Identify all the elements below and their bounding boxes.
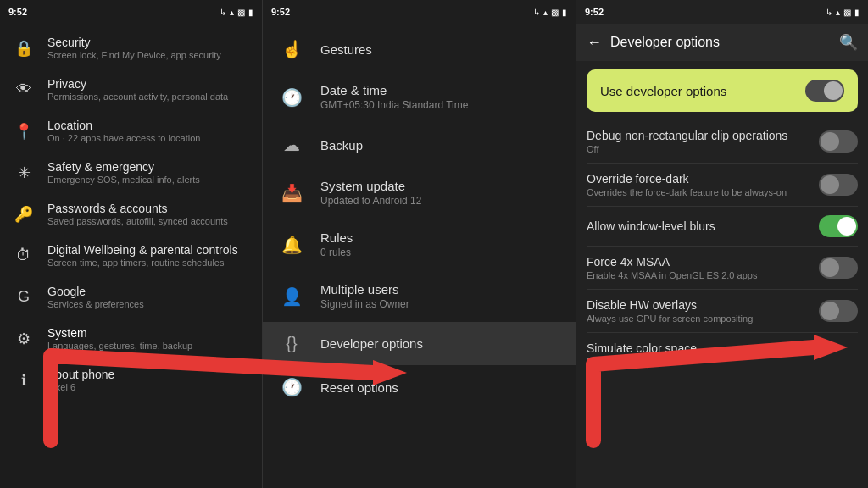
settings-item-safety[interactable]: ✳ Safety & emergency Emergency SOS, medi… [0, 152, 262, 193]
settings-item-passwords[interactable]: 🔑 Passwords & accounts Saved passwords, … [0, 193, 262, 235]
dev-option-window-blurs[interactable]: Allow window-level blurs [587, 207, 858, 247]
item-title-about: About phone [47, 368, 114, 381]
middle-item-system-update[interactable]: 📥 System update Updated to Android 12 [263, 167, 576, 219]
item-subtitle-google: Services & preferences [47, 299, 144, 309]
m-icon-developer-options: {} [280, 334, 303, 353]
middle-time: 9:52 [271, 7, 290, 17]
m-text-multiple-users: Multiple users Signed in as Owner [320, 282, 409, 310]
item-title-google: Google [47, 285, 144, 298]
item-text-location: Location On · 22 apps have access to loc… [47, 119, 200, 143]
item-subtitle-safety: Emergency SOS, medical info, alerts [47, 175, 200, 185]
item-text-wellbeing: Digital Wellbeing & parental controls Sc… [47, 243, 238, 268]
opt-subtitle-disable-hw: Always use GPU for screen compositing [587, 313, 753, 324]
knob-window-blurs [837, 217, 856, 236]
opt-text-debug-clip: Debug non-rectangular clip operations Of… [587, 129, 787, 154]
middle-item-backup[interactable]: ☁ Backup [263, 123, 576, 167]
settings-item-wellbeing[interactable]: ⏱ Digital Wellbeing & parental controls … [0, 235, 262, 276]
opt-subtitle-force-msaa: Enable 4x MSAA in OpenGL ES 2.0 apps [587, 270, 757, 280]
m-title-rules: Rules [320, 230, 353, 245]
item-title-location: Location [47, 119, 200, 132]
item-title-security: Security [47, 36, 221, 49]
m-title-developer-options: Developer options [320, 336, 423, 351]
dev-option-simulate-color[interactable]: Simulate color space Disabled [587, 333, 858, 375]
dev-options-list: Debug non-rectangular clip operations Of… [576, 120, 868, 488]
middle-item-reset-options[interactable]: 🕐 Reset options [263, 365, 576, 409]
item-text-about: About phone Pixel 6 [47, 368, 114, 392]
settings-item-system[interactable]: ⚙ System Languages, gestures, time, back… [0, 318, 262, 359]
right-time: 9:52 [585, 7, 604, 17]
m-subtitle-system-update: Updated to Android 12 [320, 195, 421, 207]
m-icon-system-update: 📥 [280, 183, 303, 203]
opt-text-window-blurs: Allow window-level blurs [587, 219, 715, 233]
item-subtitle-wellbeing: Screen time, app timers, routine schedul… [47, 258, 238, 268]
m-subtitle-datetime: GMT+05:30 India Standard Time [320, 99, 468, 111]
opt-title-override-dark: Override force-dark [587, 172, 787, 186]
m-icon-reset-options: 🕐 [280, 377, 303, 397]
icon-google: G [14, 288, 34, 306]
knob-force-msaa [821, 258, 839, 277]
toggle-override-dark[interactable] [819, 174, 858, 196]
middle-item-gestures[interactable]: ☝ Gestures [263, 27, 576, 71]
toggle-disable-hw[interactable] [819, 300, 858, 322]
opt-title-disable-hw: Disable HW overlays [587, 298, 753, 312]
toggle-window-blurs[interactable] [819, 215, 858, 237]
icon-location: 📍 [14, 122, 34, 141]
opt-subtitle-override-dark: Overrides the force-dark feature to be a… [587, 187, 787, 197]
m-text-rules: Rules 0 rules [320, 230, 353, 258]
opt-title-window-blurs: Allow window-level blurs [587, 219, 715, 233]
middle-item-rules[interactable]: 🔔 Rules 0 rules [263, 219, 576, 270]
knob-debug-clip [821, 132, 839, 151]
m-text-developer-options: Developer options [320, 336, 423, 351]
back-button[interactable]: ← [587, 34, 602, 52]
dev-option-force-msaa[interactable]: Force 4x MSAA Enable 4x MSAA in OpenGL E… [587, 247, 858, 290]
item-title-wellbeing: Digital Wellbeing & parental controls [47, 243, 238, 257]
toggle-debug-clip[interactable] [819, 130, 858, 152]
middle-item-developer-options[interactable]: {} Developer options [263, 322, 576, 365]
dev-option-override-dark[interactable]: Override force-dark Overrides the force-… [587, 164, 858, 207]
item-subtitle-system: Languages, gestures, time, backup [47, 341, 192, 351]
m-wifi-icon: ▴ [543, 8, 548, 17]
knob-override-dark [821, 175, 839, 194]
settings-item-about[interactable]: ℹ About phone Pixel 6 [0, 359, 262, 401]
item-text-safety: Safety & emergency Emergency SOS, medica… [47, 160, 200, 185]
item-subtitle-privacy: Permissions, account activity, personal … [47, 92, 228, 102]
use-dev-options-toggle[interactable]: Use developer options [587, 69, 858, 112]
search-button[interactable]: 🔍 [839, 33, 858, 52]
dev-toggle-switch[interactable] [805, 80, 844, 102]
m-title-datetime: Date & time [320, 83, 468, 97]
m-subtitle-rules: 0 rules [320, 247, 353, 258]
m-battery-icon: ▮ [562, 8, 567, 17]
item-text-security: Security Screen lock, Find My Device, ap… [47, 36, 221, 60]
m-text-system-update: System update Updated to Android 12 [320, 179, 421, 207]
opt-title-force-msaa: Force 4x MSAA [587, 255, 757, 269]
m-icon-gestures: ☝ [280, 39, 303, 59]
wifi-icon: ▴ [230, 8, 234, 17]
m-icon-rules: 🔔 [280, 235, 303, 255]
right-status-icons: ↳ ▴ ▩ ▮ [826, 8, 860, 17]
opt-subtitle-debug-clip: Off [587, 144, 787, 154]
dev-toggle-knob [824, 81, 843, 100]
icon-safety: ✳ [14, 164, 34, 182]
settings-item-location[interactable]: 📍 Location On · 22 apps have access to l… [0, 110, 262, 152]
left-time: 9:52 [8, 7, 27, 17]
dev-options-title: Developer options [610, 35, 831, 50]
bluetooth-icon: ↳ [220, 8, 226, 17]
toggle-force-msaa[interactable] [819, 257, 858, 279]
settings-item-google[interactable]: G Google Services & preferences [0, 276, 262, 318]
dev-option-debug-clip[interactable]: Debug non-rectangular clip operations Of… [587, 120, 858, 164]
middle-item-multiple-users[interactable]: 👤 Multiple users Signed in as Owner [263, 270, 576, 322]
icon-passwords: 🔑 [14, 205, 34, 224]
right-panel: 9:52 ↳ ▴ ▩ ▮ ← Developer options 🔍 Use d… [576, 0, 868, 488]
dev-option-disable-hw[interactable]: Disable HW overlays Always use GPU for s… [587, 290, 858, 333]
m-icon-multiple-users: 👤 [280, 286, 303, 307]
middle-item-datetime[interactable]: 🕐 Date & time GMT+05:30 India Standard T… [263, 71, 576, 123]
r-wifi-icon: ▴ [836, 8, 840, 17]
icon-security: 🔒 [14, 39, 34, 58]
use-dev-options-label: Use developer options [600, 84, 726, 98]
m-title-gestures: Gestures [320, 42, 372, 57]
m-signal-icon: ▩ [551, 8, 559, 17]
settings-item-privacy[interactable]: 👁 Privacy Permissions, account activity,… [0, 69, 262, 110]
settings-item-security[interactable]: 🔒 Security Screen lock, Find My Device, … [0, 27, 262, 69]
opt-text-disable-hw: Disable HW overlays Always use GPU for s… [587, 298, 753, 324]
opt-title-simulate-color: Simulate color space [587, 341, 697, 355]
